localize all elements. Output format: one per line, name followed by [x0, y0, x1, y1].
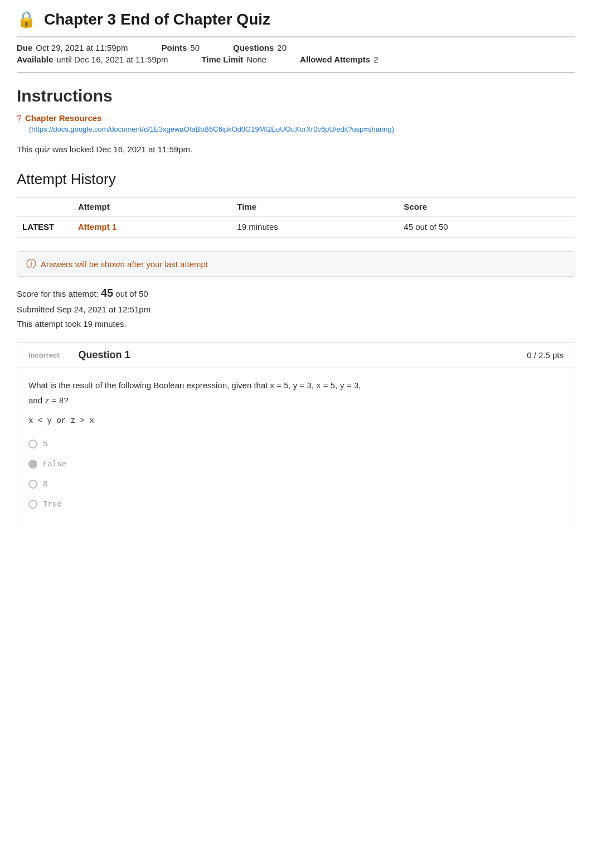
- quiz-meta: Due Oct 29, 2021 at 11:59pm Points 50 Qu…: [17, 37, 575, 73]
- resource-line: ? Chapter Resources: [17, 113, 575, 124]
- submitted-text: Submitted Sep 24, 2021 at 12:51pm: [17, 305, 151, 314]
- meta-questions: Questions 20: [233, 43, 287, 52]
- available-label: Available: [17, 55, 53, 64]
- col-header-empty: [17, 197, 72, 216]
- quiz-header: 🔒 Chapter 3 End of Chapter Quiz: [17, 0, 575, 37]
- meta-attempts: Allowed Attempts 2: [300, 55, 378, 64]
- question-1-text2: and z = 8?: [28, 394, 564, 407]
- meta-timelimit: Time Limit None: [201, 55, 266, 64]
- timelimit-label: Time Limit: [201, 55, 243, 64]
- x-var: x: [316, 382, 321, 390]
- instructions-title: Instructions: [17, 86, 575, 105]
- attempt-detail-section: ⓘ Answers will be shown after your last …: [17, 251, 575, 528]
- timelimit-value: None: [246, 55, 266, 64]
- meta-row-2: Available until Dec 16, 2021 at 11:59pm …: [17, 55, 575, 64]
- option-true: True: [28, 494, 564, 514]
- quiz-icon: 🔒: [17, 10, 36, 28]
- score-summary: Score for this attempt: 45 out of 50 Sub…: [17, 283, 575, 331]
- attempt1-score: 45 out of 50: [398, 216, 575, 238]
- answer-options: 5 False 8 True: [28, 434, 564, 514]
- option-8: 8: [28, 474, 564, 494]
- col-header-attempt: Attempt: [72, 197, 231, 216]
- x-val: 5: [331, 382, 335, 390]
- question-1-block: Incorrect Question 1 0 / 2.5 pts What is…: [17, 342, 575, 528]
- attempt-table: Attempt Time Score LATEST Attempt 1 19 m…: [17, 197, 575, 238]
- z-var: z: [45, 397, 49, 406]
- points-label: Points: [161, 43, 187, 52]
- attempt1-link[interactable]: Attempt 1: [78, 222, 117, 232]
- attempt-history-section: Attempt History Attempt Time Score LATES…: [17, 171, 575, 238]
- y-var: y: [339, 382, 344, 390]
- question-1-body: What is the result of the following Bool…: [17, 368, 575, 528]
- z-val: 8: [59, 397, 64, 406]
- quiz-title: Chapter 3 End of Chapter Quiz: [44, 11, 270, 28]
- radio-false[interactable]: [28, 460, 37, 469]
- radio-true[interactable]: [28, 500, 37, 509]
- attempt1-link-cell[interactable]: Attempt 1: [72, 216, 231, 238]
- questions-value: 20: [277, 43, 287, 52]
- locked-notice: This quiz was locked Dec 16, 2021 at 11:…: [17, 144, 575, 154]
- resource-url-link[interactable]: (https://docs.google.com/document/d/1E3x…: [29, 125, 575, 133]
- questions-label: Questions: [233, 43, 274, 52]
- attempts-label: Allowed Attempts: [300, 55, 370, 64]
- due-value: Oct 29, 2021 at 11:59pm: [36, 43, 128, 52]
- due-label: Due: [17, 43, 32, 52]
- latest-label: LATEST: [17, 216, 72, 238]
- points-value: 50: [190, 43, 200, 52]
- question-1-points: 0 / 2.5 pts: [527, 350, 564, 360]
- question-1-text-main: What is the result of the following Bool…: [28, 380, 314, 390]
- meta-available: Available until Dec 16, 2021 at 11:59pm: [17, 55, 168, 64]
- meta-points: Points 50: [161, 43, 200, 52]
- col-header-score: Score: [398, 197, 575, 216]
- question-1-code: x < y or z > x: [28, 416, 564, 425]
- option-false: False: [28, 454, 564, 474]
- option-false-text: False: [43, 460, 66, 469]
- option-true-text: True: [43, 500, 62, 509]
- attempt-history-title: Attempt History: [17, 171, 575, 188]
- info-notice-text: Answers will be shown after your last at…: [41, 259, 208, 269]
- radio-5[interactable]: [28, 440, 37, 449]
- question-1-title: Question 1: [78, 349, 130, 361]
- question-1-header: Incorrect Question 1 0 / 2.5 pts: [17, 343, 575, 368]
- table-row: LATEST Attempt 1 19 minutes 45 out of 50: [17, 216, 575, 238]
- available-value: until Dec 16, 2021 at 11:59pm: [56, 55, 168, 64]
- info-icon: ⓘ: [26, 257, 36, 271]
- meta-row-1: Due Oct 29, 2021 at 11:59pm Points 50 Qu…: [17, 43, 575, 52]
- question-header-left: Incorrect Question 1: [28, 349, 130, 361]
- meta-due: Due Oct 29, 2021 at 11:59pm: [17, 43, 128, 52]
- radio-8[interactable]: [28, 480, 37, 489]
- question-icon: ?: [17, 114, 22, 124]
- score-suffix: out of 50: [113, 289, 148, 298]
- instructions-section: Instructions ? Chapter Resources (https:…: [17, 86, 575, 154]
- question-1-text: What is the result of the following Bool…: [28, 379, 564, 392]
- option-5-text: 5: [43, 440, 47, 449]
- attempt1-time: 19 minutes: [231, 216, 398, 238]
- option-5: 5: [28, 434, 564, 454]
- col-header-time: Time: [231, 197, 398, 216]
- info-notice: ⓘ Answers will be shown after your last …: [17, 251, 575, 277]
- table-header-row: Attempt Time Score: [17, 197, 575, 216]
- option-8-text: 8: [43, 480, 47, 489]
- score-prefix: Score for this attempt:: [17, 289, 101, 298]
- chapter-resources-link[interactable]: Chapter Resources: [25, 113, 102, 123]
- question-1-status: Incorrect: [28, 351, 60, 359]
- score-value: 45: [101, 287, 113, 299]
- attempts-value: 2: [373, 55, 378, 64]
- duration-text: This attempt took 19 minutes.: [17, 319, 127, 329]
